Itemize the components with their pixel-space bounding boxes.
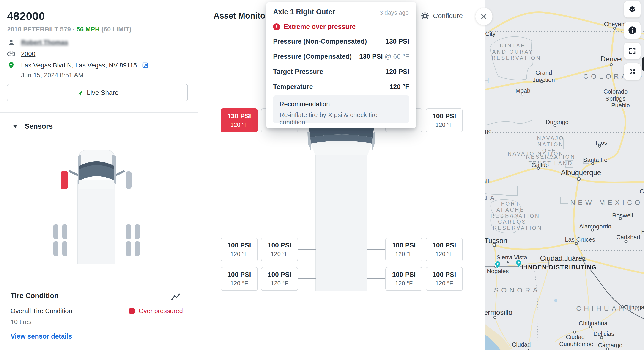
- tire-box[interactable]: 100 PSI 120 °F: [220, 267, 258, 291]
- detail-label: Temperature: [273, 83, 313, 91]
- tire-box[interactable]: 100 PSI 120 °F: [385, 267, 422, 291]
- sensors-section-header[interactable]: Sensors: [13, 122, 53, 130]
- layers-icon: [628, 5, 636, 13]
- popup-detail-row: Target Pressure 120 PSI: [273, 68, 409, 75]
- tire-temperature: 120 °F: [436, 250, 453, 258]
- city-marker-icon: [619, 217, 622, 220]
- tire-pressure: 100 PSI: [432, 112, 456, 120]
- map-label: Gallup: [532, 161, 549, 168]
- tire-box[interactable]: 100 PSI 120 °F: [220, 238, 258, 261]
- city-marker-icon: [606, 348, 609, 350]
- tire-box[interactable]: 100 PSI 120 °F: [426, 267, 463, 291]
- live-share-button[interactable]: Live Share: [7, 84, 188, 101]
- tire-box[interactable]: 130 PSI 120 °F: [220, 108, 258, 132]
- lake: [554, 299, 558, 302]
- tire-temperature: 120 °F: [271, 280, 288, 287]
- popup-detail-row: Temperature 120 °F: [273, 83, 409, 91]
- map-label: Chihuahua: [579, 320, 608, 327]
- map-panel[interactable]: CityCheyenneUINTAH AND OURAY RESERVATION…: [485, 0, 644, 350]
- map-label: Taos: [594, 139, 607, 146]
- tire-temperature: 120 °F: [230, 280, 248, 287]
- map-label: Hobbs: [641, 228, 644, 235]
- alert-tire-axle1-right-outer[interactable]: [61, 171, 68, 189]
- popup-detail-rows: Pressure (Non-Compensated) 130 PSI Press…: [273, 38, 409, 91]
- city-marker-icon: [573, 331, 576, 334]
- info-icon: [628, 26, 637, 35]
- map-label: Flagstaff: [485, 178, 489, 185]
- popup-title: Axle 1 Right Outer: [273, 8, 335, 16]
- detail-value-suffix: @ 60 °F: [383, 53, 409, 60]
- city-marker-icon: [621, 305, 624, 308]
- trend-chart-icon[interactable]: [171, 293, 180, 301]
- map-layers-button[interactable]: [624, 1, 641, 18]
- city-marker-icon: [577, 177, 581, 181]
- link-icon: [7, 50, 15, 58]
- city-marker-icon: [618, 100, 620, 103]
- city-marker-icon: [540, 80, 543, 83]
- tire-box[interactable]: 100 PSI 120 °F: [426, 238, 463, 261]
- map-label: Ciudad Obregón: [506, 341, 537, 350]
- view-sensor-details-link[interactable]: View sensor details: [10, 332, 72, 340]
- driver-name[interactable]: Robert Thomas: [21, 39, 68, 46]
- map-info-button[interactable]: [624, 22, 641, 39]
- tire-connector: [298, 249, 316, 250]
- asset-trailer-diagram: [306, 122, 380, 294]
- location-timestamp: Jun 15, 2024 8:51 AM: [21, 72, 84, 79]
- configure-button[interactable]: Configure: [421, 12, 463, 20]
- clipped-map-element: [642, 57, 644, 71]
- map-expand-button[interactable]: [624, 63, 641, 80]
- map-label: Ciudad Juárez: [540, 254, 586, 263]
- city-marker-icon: [589, 325, 592, 328]
- map-label: Santa Fe: [583, 156, 608, 163]
- tire-temperature: 120 °F: [230, 121, 248, 128]
- close-panel-button[interactable]: [475, 8, 492, 25]
- tire-box[interactable]: 100 PSI 120 °F: [385, 238, 422, 261]
- map-label: UINTAH AND OURAY RESERVATION: [492, 43, 534, 61]
- map-fullscreen-button[interactable]: [624, 42, 641, 59]
- map-label: Pueblo: [611, 102, 630, 109]
- tire-pressure: 100 PSI: [392, 242, 416, 249]
- detail-value: 130 PSI @ 60 °F: [359, 53, 409, 60]
- city-marker-icon: [575, 242, 578, 245]
- recommendation-text: Re-inflate tire by X psi & check tire co…: [280, 111, 403, 126]
- vehicle-meta: 2018 PETERBILT 579 · 56 MPH (60 LIMIT): [7, 26, 132, 33]
- map-label: Page: [485, 127, 492, 135]
- map-label: Las Cruces: [565, 236, 595, 243]
- tire-box[interactable]: 100 PSI 120 °F: [426, 108, 463, 132]
- tire-box[interactable]: 100 PSI 120 °F: [261, 238, 298, 261]
- city-marker-icon: [624, 240, 628, 243]
- close-icon: [480, 13, 488, 20]
- tire-connector: [367, 278, 385, 279]
- rear-right-tires: [126, 224, 140, 256]
- tires-count: 10 tires: [10, 318, 32, 326]
- live-share-label: Live Share: [87, 89, 119, 97]
- asset-pin-icon[interactable]: [516, 260, 522, 267]
- tire-temperature: 120 °F: [395, 280, 413, 287]
- rear-left-tires: [54, 224, 67, 256]
- map-label: Sierra Vista: [496, 254, 527, 261]
- asset-pin-icon[interactable]: [495, 261, 500, 269]
- open-in-new-icon[interactable]: [142, 62, 149, 69]
- gear-icon: [421, 12, 429, 20]
- tire-connector: [298, 278, 316, 279]
- map-label: Durango: [546, 119, 569, 126]
- status-badge: Over pressured: [138, 307, 183, 315]
- city-marker-icon: [598, 145, 601, 148]
- map-label: CHIHUAHUA: [576, 304, 642, 312]
- tire-box[interactable]: 100 PSI 120 °F: [261, 267, 298, 291]
- sensors-title: Sensors: [25, 122, 53, 130]
- vehicle-id: 482000: [7, 10, 45, 23]
- group-link[interactable]: 2000: [21, 50, 35, 58]
- location-row: Las Vegas Blvd N, Las Vegas, NV 89115: [7, 62, 149, 69]
- tire-pressure: 100 PSI: [432, 242, 456, 249]
- overall-tire-condition-label: Overall Tire Condition: [10, 307, 72, 315]
- city-marker-icon: [591, 229, 594, 232]
- vehicle-detail-panel: 482000 2018 PETERBILT 579 · 56 MPH (60 L…: [0, 0, 198, 350]
- detail-label: Target Pressure: [273, 68, 323, 75]
- tire-condition-status[interactable]: ! Over pressured: [128, 307, 183, 315]
- configure-label: Configure: [433, 12, 463, 20]
- city-marker-icon: [494, 316, 496, 319]
- map-label: SONORA: [494, 286, 540, 294]
- popup-status-text: Extreme over pressure: [284, 23, 356, 31]
- tire-pressure: 100 PSI: [432, 271, 456, 278]
